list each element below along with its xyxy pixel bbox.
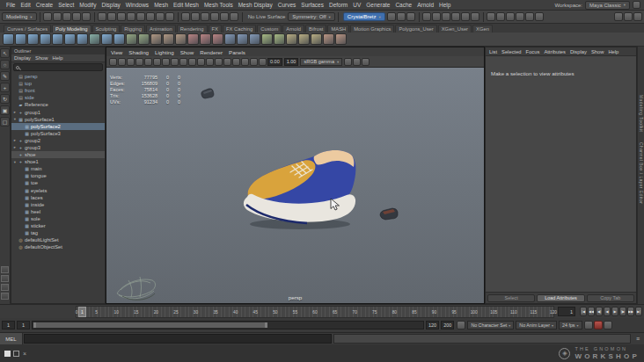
image-plane-icon[interactable]: [144, 58, 152, 66]
menu-item-cache[interactable]: Cache: [392, 2, 414, 8]
select-mask-joints-icon[interactable]: [136, 12, 145, 21]
shelf-tab-fx-caching[interactable]: FX Caching: [223, 25, 256, 33]
shelf-tab-curves-surfaces[interactable]: Curves / Surfaces: [4, 25, 51, 33]
outliner-item-shoe[interactable]: +shoe: [11, 151, 105, 158]
split-pane-layout-icon[interactable]: [1, 293, 9, 300]
custom-shelf-dropdown[interactable]: CrystalBretz: [343, 12, 385, 21]
menu-item-windows[interactable]: Windows: [123, 2, 151, 8]
time-ticks[interactable]: 1 05101520253035404550556065707580859095…: [76, 306, 554, 318]
polygon-cone-icon[interactable]: [40, 33, 51, 45]
extrude-icon[interactable]: [323, 33, 334, 45]
live-surface-button[interactable]: No Live Surface: [248, 14, 286, 19]
persp-outliner-layout-icon[interactable]: [1, 284, 9, 291]
workspace-dropdown[interactable]: Maya Classic: [585, 1, 630, 10]
boolean-intersection-icon[interactable]: [212, 33, 223, 45]
menu-item-mesh-display[interactable]: Mesh Display: [236, 2, 275, 8]
play-forwards-button[interactable]: ▶: [611, 307, 618, 316]
menu-item-edit-mesh[interactable]: Edit Mesh: [171, 2, 201, 8]
shelf-tab-motion-graphics[interactable]: Motion Graphics: [350, 25, 394, 33]
playback-start-field[interactable]: 1: [17, 321, 30, 329]
polygon-pipe-icon[interactable]: [101, 33, 113, 45]
four-pane-layout-icon[interactable]: [1, 275, 9, 282]
polygon-disc-icon[interactable]: [77, 33, 88, 45]
step-back-key-button[interactable]: ◀◀: [588, 307, 595, 316]
select-camera-icon[interactable]: [109, 58, 117, 66]
perspective-viewport[interactable]: ViewShadingLightingShowRendererPanels 0.…: [106, 47, 485, 304]
outliner-item-polysurface1[interactable]: ▾▦polySurface1: [11, 116, 105, 123]
channel-box-toggle-icon[interactable]: [633, 12, 642, 21]
menu-item-help[interactable]: Help: [436, 2, 453, 8]
platonic-solid-icon[interactable]: [89, 33, 100, 45]
sidebar-tab-modeling-toolkit[interactable]: Modeling Toolkit: [639, 95, 643, 132]
render-settings-icon[interactable]: [451, 12, 460, 21]
new-scene-icon[interactable]: [43, 12, 52, 21]
shelf-tab-animation[interactable]: Animation: [146, 25, 176, 33]
set-key-icon[interactable]: [584, 321, 593, 329]
menu-set-selector[interactable]: Modeling: [2, 12, 37, 21]
ae-tab-focus[interactable]: Focus: [524, 49, 542, 54]
shelf-tab-rigging[interactable]: Rigging: [121, 25, 145, 33]
exposure-field[interactable]: 0.00: [267, 58, 282, 66]
anti-alias-icon[interactable]: [344, 58, 352, 66]
select-mask-surfaces-icon[interactable]: [156, 12, 165, 21]
shelf-tab-xgen-user[interactable]: XGen_User: [438, 25, 472, 33]
use-all-lights-icon[interactable]: [232, 58, 240, 66]
screen-space-ao-icon[interactable]: [250, 58, 258, 66]
bevel-icon[interactable]: [298, 33, 310, 45]
polygon-soccer-ball-icon[interactable]: [138, 33, 150, 45]
two-d-pan-zoom-icon[interactable]: [153, 58, 161, 66]
outliner-item-defaultobjectset[interactable]: ◎defaultObjectSet: [11, 243, 105, 250]
outliner-item-sticker[interactable]: ▦sticker: [11, 222, 105, 229]
outliner-item-polysurface2[interactable]: ▦polySurface2: [11, 123, 105, 130]
append-to-polygon-icon[interactable]: [286, 33, 297, 45]
viewport-menu-panels[interactable]: Panels: [229, 49, 245, 55]
character-set-dropdown[interactable]: No Character Set: [467, 321, 514, 329]
view-transform-dropdown[interactable]: sRGB gamma: [300, 58, 342, 66]
outliner-search-field[interactable]: [13, 63, 103, 71]
combine-icon[interactable]: [224, 33, 236, 45]
fps-dropdown[interactable]: 24 fps: [559, 321, 582, 329]
camera-attributes-icon[interactable]: [127, 58, 135, 66]
polygon-helix-icon[interactable]: [113, 33, 125, 45]
step-back-frame-button[interactable]: ◀|: [596, 307, 603, 316]
render-setup-icon[interactable]: [471, 12, 479, 21]
outliner-item-inside[interactable]: ▦inside: [11, 201, 105, 208]
ae-button-load-attributes[interactable]: Load Attributes: [537, 294, 584, 302]
shaded-icon[interactable]: [215, 58, 223, 66]
snap-to-projected-center-icon[interactable]: [210, 12, 219, 21]
select-mask-dynamics-icon[interactable]: [165, 12, 174, 21]
isolate-select-icon[interactable]: [171, 58, 179, 66]
ae-tab-list[interactable]: List: [487, 49, 499, 54]
shelf-tab-rendering[interactable]: Rendering: [177, 25, 208, 33]
viewport-menu-lighting[interactable]: Lighting: [155, 49, 174, 55]
ae-button-select[interactable]: Select: [487, 294, 535, 302]
wireframe-icon[interactable]: [206, 58, 214, 66]
menu-item-create[interactable]: Create: [33, 2, 56, 8]
outliner-item-front[interactable]: ▤front: [11, 87, 105, 94]
time-slider[interactable]: 1 05101520253035404550556065707580859095…: [0, 304, 644, 318]
viewport-menu-renderer[interactable]: Renderer: [200, 49, 223, 55]
outliner-item-side[interactable]: ▤side: [11, 94, 105, 101]
close-panel-icon[interactable]: ×: [23, 351, 26, 357]
paint-select-tool-icon[interactable]: ✎: [0, 71, 10, 81]
outliner-item-group1[interactable]: ▸+group1: [11, 108, 105, 115]
separate-icon[interactable]: [237, 33, 248, 45]
anim-layer-dropdown[interactable]: No Anim Layer: [516, 321, 557, 329]
animation-preferences-icon[interactable]: [604, 321, 612, 329]
polygon-cube-icon[interactable]: [15, 33, 26, 45]
outliner-item-toe[interactable]: ▦toe: [11, 179, 105, 186]
playback-options-icon[interactable]: [457, 321, 465, 329]
ae-tab-show[interactable]: Show: [589, 49, 606, 54]
gamma-field[interactable]: 1.00: [284, 58, 299, 66]
snap-to-point-icon[interactable]: [201, 12, 209, 21]
bridge-icon[interactable]: [311, 33, 322, 45]
polygon-gear-icon[interactable]: [126, 33, 137, 45]
playback-end-field[interactable]: 120: [426, 321, 439, 329]
gate-mask-icon[interactable]: [197, 58, 205, 66]
outliner-item-top[interactable]: ▤top: [11, 80, 105, 87]
textured-icon[interactable]: [223, 58, 231, 66]
shelf-tab-mash[interactable]: MASH: [327, 25, 349, 33]
redo-icon[interactable]: [82, 12, 91, 21]
open-render-view-icon[interactable]: [422, 12, 431, 21]
outliner-item-polysurface3[interactable]: ▦polySurface3: [11, 130, 105, 137]
